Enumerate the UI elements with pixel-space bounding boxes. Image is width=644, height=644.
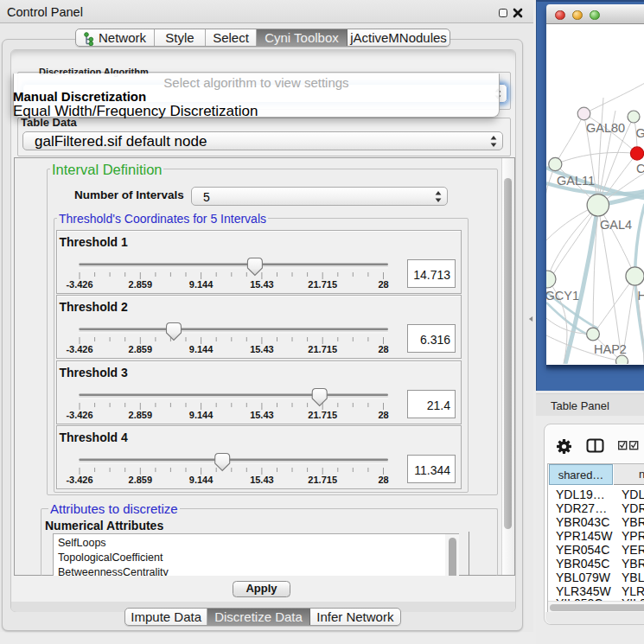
svg-text:GAL2: GAL2 <box>636 126 644 140</box>
svg-text:-3.426: -3.426 <box>66 475 92 485</box>
svg-text:28: 28 <box>378 279 388 290</box>
svg-text:GAL11: GAL11 <box>557 174 595 188</box>
svg-text:15.43: 15.43 <box>250 279 274 290</box>
svg-text:9.144: 9.144 <box>189 475 214 485</box>
svg-text:15.43: 15.43 <box>250 344 274 354</box>
svg-text:9.144: 9.144 <box>189 279 214 290</box>
svg-text:15.43: 15.43 <box>250 410 274 420</box>
svg-text:28: 28 <box>378 410 388 420</box>
svg-text:21.715: 21.715 <box>308 344 337 354</box>
svg-text:21.715: 21.715 <box>308 279 337 290</box>
svg-text:HAP2: HAP2 <box>594 342 627 356</box>
svg-text:HA: HA <box>638 289 644 303</box>
svg-text:21.715: 21.715 <box>308 410 337 420</box>
svg-text:28: 28 <box>378 475 388 485</box>
svg-text:GAL80: GAL80 <box>586 121 625 135</box>
svg-text:-3.426: -3.426 <box>66 344 92 354</box>
svg-text:28: 28 <box>378 344 388 354</box>
svg-text:2.859: 2.859 <box>129 410 153 420</box>
svg-text:GAL4: GAL4 <box>600 218 632 232</box>
svg-text:-3.426: -3.426 <box>66 410 92 420</box>
svg-text:2.859: 2.859 <box>129 344 153 354</box>
svg-text:2.859: 2.859 <box>129 279 153 290</box>
svg-text:9.144: 9.144 <box>189 410 214 420</box>
svg-text:GCY1: GCY1 <box>546 289 579 303</box>
svg-text:15.43: 15.43 <box>250 475 274 485</box>
svg-text:9.144: 9.144 <box>189 344 214 354</box>
svg-text:21.715: 21.715 <box>308 475 337 485</box>
svg-text:-3.426: -3.426 <box>66 279 92 290</box>
svg-text:CD: CD <box>636 162 644 175</box>
svg-text:2.859: 2.859 <box>129 475 153 485</box>
